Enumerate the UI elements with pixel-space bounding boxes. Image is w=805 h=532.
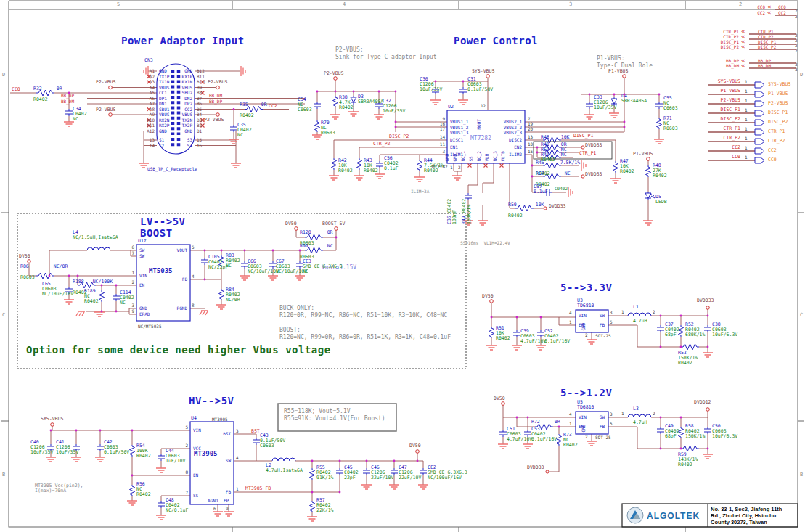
part-r56: R56NC R0402 xyxy=(136,482,151,497)
u4-pin-label: EN xyxy=(193,472,198,478)
part-c42: C42C0603 0.1uF/50V xyxy=(104,440,129,455)
l1-pin-number: 1 xyxy=(621,309,624,315)
u2-pin-number: 1 xyxy=(450,165,453,171)
u4-pin-label: VIN xyxy=(193,427,201,433)
u4-name: MT3905 xyxy=(194,450,218,457)
pwr-label-p2vbus: P2-VBUS xyxy=(96,107,115,112)
part-r43: R4310K R0402 xyxy=(364,158,378,173)
part-r70: R70NC R0603 xyxy=(321,120,335,136)
part-r71: R71NC R0603 xyxy=(663,116,678,131)
u5-pin-number: 1 xyxy=(569,421,572,427)
u2-pin-label: GND xyxy=(452,154,458,162)
u2-pin-number: 14 xyxy=(435,134,445,140)
net-label-bb-dp: BB_DP xyxy=(209,99,222,105)
u17-sub: NC/MT5035 xyxy=(138,324,162,330)
part-c41: C41C1206 10uF/35V xyxy=(56,440,78,455)
net-label-cc0: CC0 xyxy=(12,87,20,92)
u4-pin-number: 2 xyxy=(178,443,188,449)
cn3-ref: CN3 xyxy=(144,58,153,63)
u4-pin-label: VCC xyxy=(193,446,201,451)
section-title-33: 5-->3.3V xyxy=(560,282,612,293)
part-ce2: CE2SMD_CE_6.3X6.3 NC/100uF/16V xyxy=(428,465,467,480)
u2-pin-label: NC_2 xyxy=(476,151,482,161)
part-c48: C48C0402 NC/0.1uF xyxy=(166,498,188,513)
u2-pin-number: 17 xyxy=(435,126,445,132)
pwr-label-dv50: DV50 xyxy=(285,221,297,226)
cn3-s-names-left: S1 S2 xyxy=(159,137,164,148)
u4-pin-number: 1 xyxy=(236,486,239,492)
part-c65: C65C0603 NC/10uF/10V xyxy=(42,282,73,297)
u17-pin-number: 8 xyxy=(192,303,195,308)
u4-pin-number: 3 xyxy=(236,428,239,434)
u17-pin-label: FB xyxy=(158,277,187,282)
part-r99: R99NCR0603 xyxy=(300,244,333,260)
port-label: CC2 xyxy=(768,148,777,153)
part-c31: C31C0603 0.1uF/50V xyxy=(467,77,493,92)
part-r189: R189NC R0402 xyxy=(84,289,99,304)
u5-pin-number: 2 xyxy=(585,434,588,440)
part-r42: R4210K R0402 xyxy=(338,158,353,173)
pwr-label-p2vbus: P2-VBUS xyxy=(324,71,343,76)
offpage-page-number: 2 xyxy=(795,14,798,20)
part-c55: C55NC C0603 xyxy=(663,96,678,111)
u4-pin-label: FB xyxy=(202,489,231,495)
section-title-hv: HV-->5V xyxy=(189,395,234,406)
note-ss-vlim: SS=16ms VLIM=22.4V xyxy=(460,240,510,246)
part-r53: R53150K/1% R0402 xyxy=(678,351,698,366)
u5-pin-label: FB xyxy=(583,424,605,430)
port-label: DISC_P1 xyxy=(768,110,788,115)
port-net: DISC_P1 xyxy=(690,107,740,112)
title-block-logo: ALGOLTEK xyxy=(624,506,706,525)
part-c32: C32C1206 10uF/35V xyxy=(383,99,405,114)
part-c56: C56C0402 0.1uF xyxy=(384,156,399,171)
port-net: P2-VBUS xyxy=(690,98,740,103)
u2-pin-label: VBUS2_3 xyxy=(493,130,522,136)
cn3-s-names-right: S3 S4 xyxy=(179,137,192,148)
u2-pin-number: 20 xyxy=(528,126,533,132)
part-c45: C45C0402 22pF xyxy=(344,465,359,480)
cn3-b-pin-names: GND RX1P RX1N VBUS SBU2 DN2 DP2 CC2 VBUS… xyxy=(176,68,192,134)
part-r49: R49 R0402 150K/1% xyxy=(462,199,472,224)
algoltek-logo-icon xyxy=(626,506,645,525)
u2-pin-label: NC_3 xyxy=(492,151,498,161)
port-pin-number: 1 xyxy=(745,136,748,142)
part-c66: C66C0603 NC/10uF/10V xyxy=(248,259,279,274)
note-mt3905: MT3905 Vcc(pin2), I(max)=70mA xyxy=(35,483,83,494)
port-pin-number: 1 xyxy=(745,89,748,94)
u3-ref: U3 TD6810 xyxy=(577,298,594,308)
port-pin-number: 1 xyxy=(745,79,748,85)
pwr-label-p1vbus: P1-VBUS xyxy=(608,69,628,74)
net-label-bst: BST xyxy=(251,429,260,434)
grid-col: 4 xyxy=(343,1,346,7)
part-c37: C37C0402 68pF xyxy=(665,322,679,337)
pwr-label-dv50: DV50 xyxy=(482,294,494,299)
u17-pin-label: VOUT xyxy=(158,247,187,253)
part-r52: R52R0402 680K/1% xyxy=(685,322,705,337)
u2-pin-label: VLM xyxy=(484,154,490,162)
note-p1vbus: P1-VBUS: Type-C Dual Role xyxy=(597,55,653,69)
u4-sub: MT3905 xyxy=(212,417,228,422)
cn3-s-numbers-left: 13 14 xyxy=(146,137,155,148)
port-net: DISC_P2 xyxy=(690,117,740,122)
grid-col: 2 xyxy=(739,1,742,7)
u5-pin-number: 5 xyxy=(610,421,613,427)
net-label-disc-p1: DISC_P1 xyxy=(573,134,593,139)
cn3-b-numbers: B12 B11 B10 B9 B8 B7 B6 B5 B4 B3 B2 B1 xyxy=(197,68,205,134)
pwr-label-dvdd33: DVDD33 xyxy=(527,465,544,470)
net-label-ctr-p2: CTR_P2 xyxy=(373,142,390,147)
part-r46: R4610K xyxy=(541,135,570,140)
u4-pin-label: SW xyxy=(202,458,231,464)
u2-pin-number: 12 xyxy=(481,103,486,109)
pwr-label-p1vbus: P1-VBUS xyxy=(633,152,653,157)
cn3-a-numbers: A1 A2 A3 A4 A5 A6 A7 A8 A9 A10 A11 A12 xyxy=(143,68,155,134)
grid-row: D xyxy=(800,72,803,78)
pwr-label-dvdd33: DVDD33 xyxy=(697,298,714,303)
part-c33: C33C1206 10uF/35V xyxy=(594,95,616,110)
part-c43: C430.1uF/50V C0603 xyxy=(260,433,285,449)
u2-pin-label: EN1 xyxy=(450,144,458,150)
u17-pin-label: VIN xyxy=(139,273,147,279)
part-r32: R320RR0402 xyxy=(33,86,62,102)
port-label: CTR_P1 xyxy=(768,129,785,134)
part-r48: R4827K R0402 xyxy=(653,163,667,179)
offpage-net: BB_DM xyxy=(758,63,771,69)
